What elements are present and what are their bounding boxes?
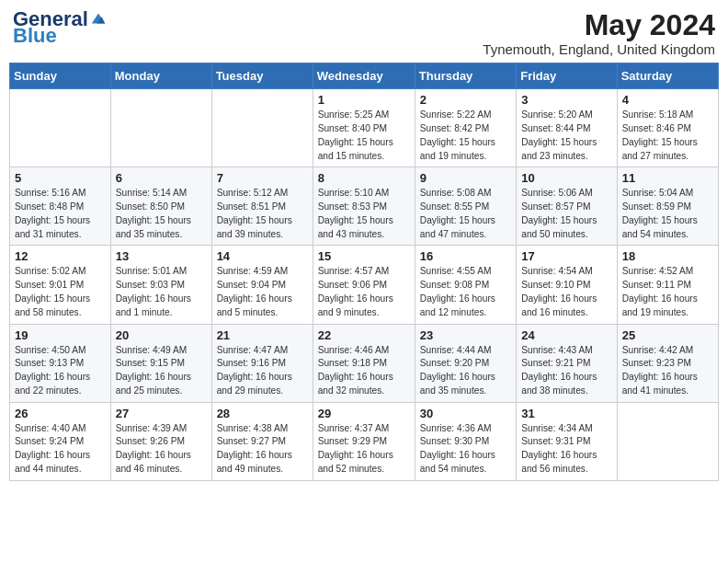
- calendar-cell: 16Sunrise: 4:55 AM Sunset: 9:08 PM Dayli…: [415, 246, 516, 324]
- calendar-cell: 2Sunrise: 5:22 AM Sunset: 8:42 PM Daylig…: [415, 89, 516, 167]
- day-number: 28: [217, 407, 308, 420]
- calendar-cell: 21Sunrise: 4:47 AM Sunset: 9:16 PM Dayli…: [211, 324, 313, 402]
- logo: General Blue: [13, 9, 107, 46]
- day-number: 17: [521, 249, 611, 263]
- day-info: Sunrise: 4:57 AM Sunset: 9:06 PM Dayligh…: [318, 265, 410, 319]
- day-info: Sunrise: 5:20 AM Sunset: 8:44 PM Dayligh…: [521, 109, 611, 163]
- day-number: 18: [622, 249, 713, 263]
- day-number: 25: [622, 328, 713, 342]
- day-number: 6: [116, 171, 207, 185]
- day-info: Sunrise: 5:02 AM Sunset: 9:01 PM Dayligh…: [15, 265, 106, 319]
- calendar-cell: 5Sunrise: 5:16 AM Sunset: 8:48 PM Daylig…: [10, 167, 111, 246]
- calendar-cell: 22Sunrise: 4:46 AM Sunset: 9:18 PM Dayli…: [313, 324, 415, 402]
- day-info: Sunrise: 4:39 AM Sunset: 9:26 PM Dayligh…: [116, 422, 207, 477]
- day-number: 30: [420, 407, 511, 420]
- day-info: Sunrise: 4:40 AM Sunset: 9:24 PM Dayligh…: [15, 422, 106, 477]
- day-info: Sunrise: 4:59 AM Sunset: 9:04 PM Dayligh…: [217, 265, 308, 319]
- day-number: 8: [318, 171, 410, 185]
- day-info: Sunrise: 4:42 AM Sunset: 9:23 PM Dayligh…: [622, 344, 713, 398]
- calendar-cell: [211, 89, 313, 167]
- day-info: Sunrise: 4:46 AM Sunset: 9:18 PM Dayligh…: [318, 344, 410, 398]
- calendar-cell: 31Sunrise: 4:34 AM Sunset: 9:31 PM Dayli…: [517, 402, 617, 480]
- logo-blue-text: Blue: [13, 24, 57, 47]
- day-number: 10: [521, 171, 611, 185]
- day-number: 26: [15, 407, 106, 420]
- calendar-cell: [110, 89, 211, 167]
- calendar-cell: 28Sunrise: 4:38 AM Sunset: 9:27 PM Dayli…: [211, 402, 313, 480]
- calendar-cell: [10, 89, 111, 167]
- calendar-cell: 8Sunrise: 5:10 AM Sunset: 8:53 PM Daylig…: [313, 167, 415, 246]
- calendar-cell: 20Sunrise: 4:49 AM Sunset: 9:15 PM Dayli…: [110, 324, 211, 402]
- day-info: Sunrise: 5:10 AM Sunset: 8:53 PM Dayligh…: [318, 187, 410, 241]
- calendar-cell: 12Sunrise: 5:02 AM Sunset: 9:01 PM Dayli…: [10, 246, 111, 324]
- calendar-cell: [617, 402, 718, 480]
- day-number: 11: [622, 171, 713, 185]
- day-number: 24: [521, 328, 611, 342]
- weekday-header: Thursday: [415, 63, 516, 89]
- day-number: 4: [622, 93, 713, 107]
- day-number: 20: [116, 328, 207, 342]
- day-info: Sunrise: 4:36 AM Sunset: 9:30 PM Dayligh…: [420, 422, 511, 477]
- calendar-table: SundayMondayTuesdayWednesdayThursdayFrid…: [9, 63, 719, 481]
- page-header: General Blue May 2024 Tynemouth, England…: [9, 9, 719, 57]
- day-number: 21: [217, 328, 308, 342]
- day-info: Sunrise: 4:37 AM Sunset: 9:29 PM Dayligh…: [318, 422, 410, 477]
- calendar-week-row: 26Sunrise: 4:40 AM Sunset: 9:24 PM Dayli…: [10, 402, 719, 480]
- calendar-week-row: 5Sunrise: 5:16 AM Sunset: 8:48 PM Daylig…: [10, 167, 719, 246]
- day-info: Sunrise: 5:04 AM Sunset: 8:59 PM Dayligh…: [622, 187, 713, 241]
- day-number: 23: [420, 328, 511, 342]
- day-number: 5: [15, 171, 106, 185]
- calendar-cell: 1Sunrise: 5:25 AM Sunset: 8:40 PM Daylig…: [313, 89, 415, 167]
- day-info: Sunrise: 4:49 AM Sunset: 9:15 PM Dayligh…: [116, 344, 207, 398]
- day-info: Sunrise: 4:34 AM Sunset: 9:31 PM Dayligh…: [521, 422, 611, 477]
- day-number: 13: [116, 249, 207, 263]
- calendar-cell: 4Sunrise: 5:18 AM Sunset: 8:46 PM Daylig…: [617, 89, 718, 167]
- day-number: 29: [318, 407, 410, 420]
- weekday-header: Saturday: [617, 63, 718, 89]
- calendar-week-row: 12Sunrise: 5:02 AM Sunset: 9:01 PM Dayli…: [10, 246, 719, 324]
- logo-icon: [90, 10, 107, 27]
- day-info: Sunrise: 4:50 AM Sunset: 9:13 PM Dayligh…: [15, 344, 106, 398]
- day-info: Sunrise: 5:08 AM Sunset: 8:55 PM Dayligh…: [420, 187, 511, 241]
- calendar-cell: 11Sunrise: 5:04 AM Sunset: 8:59 PM Dayli…: [617, 167, 718, 246]
- day-info: Sunrise: 5:14 AM Sunset: 8:50 PM Dayligh…: [116, 187, 207, 241]
- day-info: Sunrise: 5:16 AM Sunset: 8:48 PM Dayligh…: [15, 187, 106, 241]
- day-number: 14: [217, 249, 308, 263]
- day-number: 22: [318, 328, 410, 342]
- weekday-header: Monday: [110, 63, 211, 89]
- day-info: Sunrise: 5:12 AM Sunset: 8:51 PM Dayligh…: [217, 187, 308, 241]
- calendar-cell: 13Sunrise: 5:01 AM Sunset: 9:03 PM Dayli…: [110, 246, 211, 324]
- day-number: 12: [15, 249, 106, 263]
- calendar-cell: 10Sunrise: 5:06 AM Sunset: 8:57 PM Dayli…: [517, 167, 617, 246]
- day-number: 1: [318, 93, 410, 107]
- day-info: Sunrise: 4:54 AM Sunset: 9:10 PM Dayligh…: [521, 265, 611, 319]
- day-info: Sunrise: 5:25 AM Sunset: 8:40 PM Dayligh…: [318, 109, 410, 163]
- calendar-cell: 25Sunrise: 4:42 AM Sunset: 9:23 PM Dayli…: [617, 324, 718, 402]
- calendar-cell: 23Sunrise: 4:44 AM Sunset: 9:20 PM Dayli…: [415, 324, 516, 402]
- weekday-header: Wednesday: [313, 63, 415, 89]
- day-info: Sunrise: 4:43 AM Sunset: 9:21 PM Dayligh…: [521, 344, 611, 398]
- calendar-cell: 15Sunrise: 4:57 AM Sunset: 9:06 PM Dayli…: [313, 246, 415, 324]
- calendar-cell: 24Sunrise: 4:43 AM Sunset: 9:21 PM Dayli…: [517, 324, 617, 402]
- weekday-header: Sunday: [10, 63, 111, 89]
- calendar-cell: 27Sunrise: 4:39 AM Sunset: 9:26 PM Dayli…: [110, 402, 211, 480]
- calendar-cell: 18Sunrise: 4:52 AM Sunset: 9:11 PM Dayli…: [617, 246, 718, 324]
- calendar-week-row: 1Sunrise: 5:25 AM Sunset: 8:40 PM Daylig…: [10, 89, 719, 167]
- weekday-header: Tuesday: [211, 63, 313, 89]
- day-number: 3: [521, 93, 611, 107]
- day-info: Sunrise: 4:52 AM Sunset: 9:11 PM Dayligh…: [622, 265, 713, 319]
- calendar-cell: 3Sunrise: 5:20 AM Sunset: 8:44 PM Daylig…: [517, 89, 617, 167]
- day-info: Sunrise: 4:44 AM Sunset: 9:20 PM Dayligh…: [420, 344, 511, 398]
- weekday-header: Friday: [517, 63, 617, 89]
- weekday-header-row: SundayMondayTuesdayWednesdayThursdayFrid…: [10, 63, 719, 89]
- month-title: May 2024: [483, 9, 715, 41]
- day-info: Sunrise: 5:06 AM Sunset: 8:57 PM Dayligh…: [521, 187, 611, 241]
- day-number: 31: [521, 407, 611, 420]
- calendar-cell: 14Sunrise: 4:59 AM Sunset: 9:04 PM Dayli…: [211, 246, 313, 324]
- calendar-cell: 30Sunrise: 4:36 AM Sunset: 9:30 PM Dayli…: [415, 402, 516, 480]
- day-info: Sunrise: 5:18 AM Sunset: 8:46 PM Dayligh…: [622, 109, 713, 163]
- day-info: Sunrise: 5:01 AM Sunset: 9:03 PM Dayligh…: [116, 265, 207, 319]
- day-number: 7: [217, 171, 308, 185]
- day-info: Sunrise: 4:47 AM Sunset: 9:16 PM Dayligh…: [217, 344, 308, 398]
- calendar-week-row: 19Sunrise: 4:50 AM Sunset: 9:13 PM Dayli…: [10, 324, 719, 402]
